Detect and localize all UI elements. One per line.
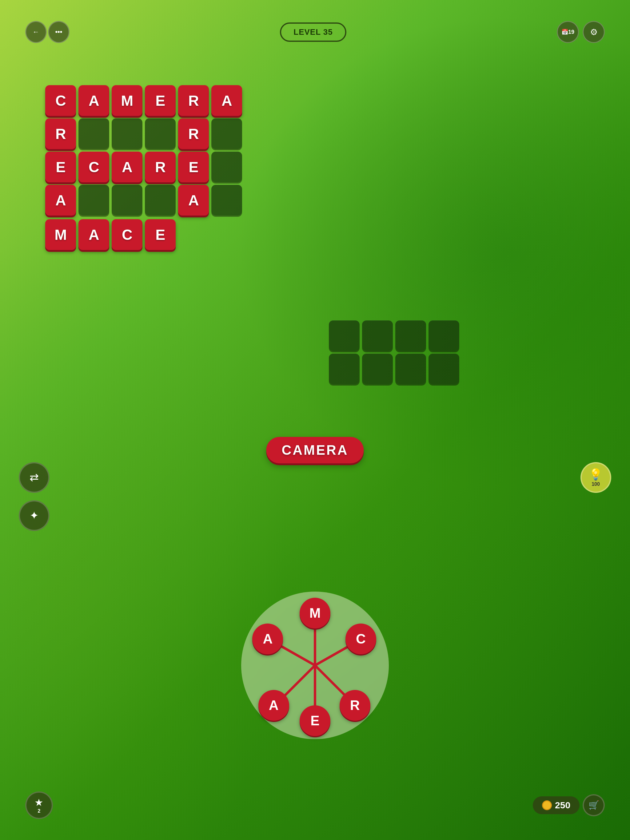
grid-tile-3-0[interactable]: A xyxy=(45,185,76,216)
coins-cart-area: 250 🛒 xyxy=(533,794,605,816)
grid-tile-2-5 xyxy=(211,152,242,182)
grid-tile-1-5 xyxy=(211,118,242,149)
clear-icon: ✦ xyxy=(30,509,39,522)
grid-tile-1-0[interactable]: R xyxy=(45,118,76,149)
dark-tile-6-0 xyxy=(329,321,359,351)
current-word-display: CAMERA xyxy=(266,437,364,463)
grid-row-0: CAMERA xyxy=(44,84,390,117)
grid-tile-0-2[interactable]: M xyxy=(112,85,142,116)
wheel-letter-C[interactable]: C xyxy=(345,624,376,654)
grid-tile-4-2[interactable]: C xyxy=(112,219,142,250)
grid-tile-2-2[interactable]: A xyxy=(112,152,142,182)
grid-row-2: ECARE xyxy=(44,150,390,183)
grid-tile-0-3[interactable]: E xyxy=(145,85,176,116)
grid-tile-3-1 xyxy=(78,185,109,216)
grid-tile-0-1[interactable]: A xyxy=(78,85,109,116)
grid-row-3: AA xyxy=(44,183,390,217)
settings-button[interactable]: ⚙ xyxy=(583,21,605,43)
hint-icon: 💡 xyxy=(589,468,603,481)
grid-tile-3-2 xyxy=(112,185,142,216)
wheel-letter-E[interactable]: E xyxy=(300,705,330,736)
word-grid: CAMERARRECAREAAMACE xyxy=(44,84,390,253)
coins-badge: 250 xyxy=(533,796,579,814)
grid-tile-1-4[interactable]: R xyxy=(178,118,209,149)
grid-tile-3-5 xyxy=(211,185,242,216)
dark-grid-extra xyxy=(328,319,461,385)
shuffle-button[interactable]: ⇄ xyxy=(19,462,49,493)
dark-tile-6-2 xyxy=(395,321,426,351)
coins-amount: 250 xyxy=(555,800,570,810)
back-button[interactable]: ← xyxy=(25,21,47,43)
grid-tile-1-1 xyxy=(78,118,109,149)
wheel-letter-A-topleft[interactable]: A xyxy=(252,624,283,654)
grid-row-4: MACE xyxy=(44,217,390,253)
letter-wheel[interactable]: M C R E A A xyxy=(241,592,389,739)
top-right-controls: 📅 19 ⚙ xyxy=(557,21,605,43)
wheel-letter-M[interactable]: M xyxy=(300,598,330,628)
top-bar: ← ••• LEVEL 35 📅 19 ⚙ xyxy=(0,21,630,43)
grid-tile-2-4[interactable]: E xyxy=(178,152,209,182)
cart-button[interactable]: 🛒 xyxy=(583,794,605,816)
calendar-number: 19 xyxy=(568,29,574,35)
dark-tile-7-2 xyxy=(395,354,426,384)
dark-tile-7-0 xyxy=(329,354,359,384)
hint-button[interactable]: 💡 100 xyxy=(581,462,611,493)
more-button[interactable]: ••• xyxy=(48,21,70,43)
dark-tile-6-3 xyxy=(429,321,459,351)
hint-cost: 100 xyxy=(592,482,600,487)
grid-tile-0-5[interactable]: A xyxy=(211,85,242,116)
left-actions: ⇄ ✦ xyxy=(19,462,49,531)
grid-tile-0-4[interactable]: R xyxy=(178,85,209,116)
level-badge: LEVEL 35 xyxy=(280,22,346,42)
shuffle-icon: ⇄ xyxy=(30,471,39,484)
grid-tile-4-1[interactable]: A xyxy=(78,219,109,250)
grid-tile-4-0[interactable]: M xyxy=(45,219,76,250)
calendar-button[interactable]: 📅 19 xyxy=(557,21,579,43)
dark-tile-7-1 xyxy=(362,354,393,384)
grid-tile-2-1[interactable]: C xyxy=(78,152,109,182)
grid-tile-3-4[interactable]: A xyxy=(178,185,209,216)
dark-tile-6-1 xyxy=(362,321,393,351)
star-icon: ★ xyxy=(35,797,43,808)
coin-icon xyxy=(542,801,552,810)
dark-row-6 xyxy=(328,319,461,352)
dark-row-7 xyxy=(328,352,461,385)
star-count: 2 xyxy=(38,808,40,814)
clear-button[interactable]: ✦ xyxy=(19,500,49,531)
grid-tile-0-0[interactable]: C xyxy=(45,85,76,116)
grid-tile-3-3 xyxy=(145,185,176,216)
grid-tile-2-3[interactable]: R xyxy=(145,152,176,182)
bottom-bar: ★ 2 250 🛒 xyxy=(0,791,630,819)
top-left-controls: ← ••• xyxy=(25,21,70,43)
wheel-letter-A-left[interactable]: A xyxy=(258,690,289,721)
grid-row-1: RR xyxy=(44,117,390,150)
dark-tile-7-3 xyxy=(429,354,459,384)
grid-tile-2-0[interactable]: E xyxy=(45,152,76,182)
calendar-icon: 📅 xyxy=(561,28,568,35)
grid-tile-1-3 xyxy=(145,118,176,149)
cart-icon: 🛒 xyxy=(589,800,599,810)
wheel-letter-R[interactable]: R xyxy=(340,690,370,721)
star-button[interactable]: ★ 2 xyxy=(25,791,53,819)
grid-tile-1-2 xyxy=(112,118,142,149)
grid-tile-4-3[interactable]: E xyxy=(145,219,176,250)
